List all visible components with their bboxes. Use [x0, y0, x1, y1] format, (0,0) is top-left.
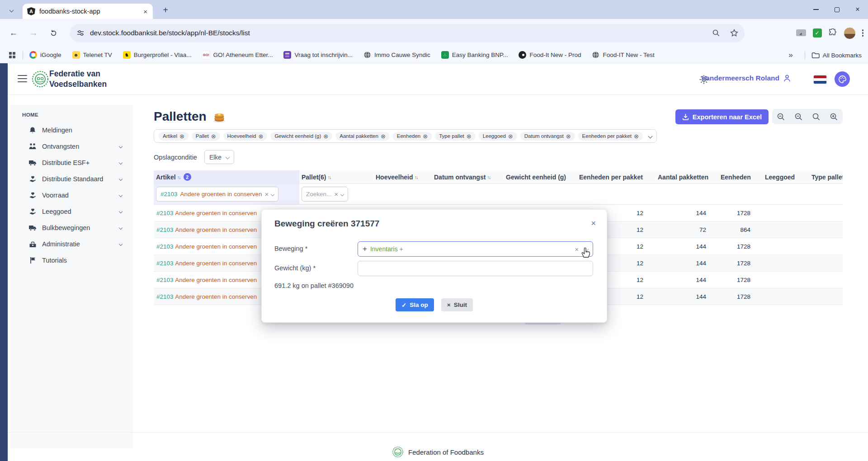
remove-filter-icon[interactable]: ⊗ — [179, 133, 184, 139]
back-button[interactable]: ← — [7, 27, 20, 39]
remove-filter-icon[interactable]: ⊗ — [211, 133, 216, 139]
filter-chip-artikel[interactable]: Artikel⊗ — [159, 132, 189, 141]
sidebar-item-meldingen[interactable]: Meldingen — [10, 122, 133, 138]
zoom-indicator-icon[interactable] — [712, 29, 720, 37]
filter-chip-leeggoed[interactable]: Leeggoed⊗ — [479, 132, 517, 141]
menu-hamburger-icon[interactable] — [18, 75, 27, 82]
filter-chip-aantal-pakketten[interactable]: Aantal pakketten⊗ — [335, 132, 390, 141]
bookmark-star-icon[interactable] — [730, 29, 738, 37]
sidebar-item-tutorials[interactable]: Tutorials — [10, 252, 133, 268]
filter-chip-eenheden[interactable]: Eenheden⊗ — [393, 132, 432, 141]
filter-chip-eenheden-per-pakket[interactable]: Eenheden per pakket⊗ — [578, 132, 643, 141]
site-settings-icon[interactable] — [76, 29, 85, 37]
sidebar-item-leeggoed[interactable]: Leeggoed — [10, 203, 133, 220]
sidebar-item-voorraad[interactable]: Voorraad — [10, 187, 133, 203]
close-button[interactable]: ×Sluit — [441, 298, 473, 311]
remove-filter-icon[interactable]: ⊗ — [634, 133, 639, 139]
browser-menu-icon[interactable] — [862, 29, 863, 36]
tab-close-icon[interactable]: × — [142, 8, 148, 15]
gewicht-input[interactable] — [358, 261, 593, 276]
language-flag-nl[interactable] — [814, 75, 826, 84]
bookmark-item[interactable]: Vraag tot inschrijvin... — [283, 51, 353, 59]
extension-checkmark-icon[interactable]: ✓ — [813, 28, 822, 38]
column-header-hoeveelheid[interactable]: Hoeveelheid↑↓ — [373, 170, 432, 183]
browser-tab[interactable]: A foodbanks-stock-app × — [23, 4, 153, 19]
window-minimize-button[interactable] — [806, 0, 826, 19]
refresh-button[interactable] — [47, 27, 60, 39]
bookmarks-bar: iGoogle ☻Telenet TV ♞Burgerprofiel - Vla… — [0, 47, 868, 63]
bookmark-item[interactable]: GO!GO! Atheneum Etter... — [202, 51, 273, 59]
url-bar[interactable]: dev.stock.foodbanksit.be/stock/app/nl-BE… — [70, 24, 745, 42]
remove-filter-icon[interactable]: ⊗ — [381, 133, 386, 139]
clear-selection-icon[interactable]: × — [575, 245, 579, 253]
close-x-icon: × — [447, 301, 451, 308]
beweging-select[interactable]: + Inventaris + × — [358, 241, 593, 257]
modal-close-icon[interactable]: × — [591, 219, 596, 228]
user-menu[interactable]: Vandermeersch Roland — [702, 74, 791, 82]
column-header-aantal-pakketten[interactable]: Aantal pakketten — [656, 170, 718, 183]
bookmark-item[interactable]: ♞Burgerprofiel - Vlaa... — [123, 51, 192, 59]
column-header-eenheden[interactable]: Eenheden — [718, 170, 763, 183]
save-button[interactable]: ✓Sla op — [396, 298, 434, 311]
column-header-pallet[interactable]: Pallet(6)↑↓ — [299, 170, 373, 183]
window-maximize-button[interactable] — [826, 0, 847, 19]
sidebar-item-ontvangsten[interactable]: Ontvangsten — [10, 138, 133, 155]
profile-avatar[interactable] — [844, 27, 856, 39]
new-tab-button[interactable]: + — [159, 4, 172, 16]
filter-chip-type-pallet[interactable]: Type pallet⊗ — [435, 132, 476, 141]
theme-palette-button[interactable] — [835, 71, 850, 87]
remove-filter-icon[interactable]: ⊗ — [467, 133, 472, 139]
bookmarks-overflow-icon[interactable]: » — [788, 51, 793, 60]
filter-chip-pallet[interactable]: Pallet⊗ — [192, 132, 220, 141]
forward-button[interactable]: → — [27, 27, 40, 39]
column-header-gewicht-eenheid[interactable]: Gewicht eenheid (g) — [504, 170, 577, 183]
zoom-out-icon[interactable] — [794, 113, 803, 121]
search-icon[interactable] — [812, 113, 821, 121]
remove-filter-icon[interactable]: ⊗ — [508, 133, 513, 139]
sidebar-item-distributie-esf[interactable]: Distributie ESF+ — [10, 155, 133, 171]
export-excel-button[interactable]: Exporteren naar Excel — [675, 109, 769, 124]
apps-grid-icon[interactable] — [8, 51, 16, 59]
column-header-leeggoed[interactable]: Leeggoed — [763, 170, 809, 183]
artikel-filter-select[interactable]: #2103 Andere groenten in conserven × — [156, 187, 278, 202]
tab-search-button[interactable] — [5, 4, 17, 16]
remove-filter-icon[interactable]: ⊗ — [323, 133, 328, 139]
bookmark-item[interactable]: Food-IT New - Test — [592, 51, 654, 59]
bookmark-item[interactable]: iGoogle — [29, 51, 61, 59]
clear-filter-icon[interactable]: × — [334, 190, 338, 198]
sidebar-section-home: HOME — [22, 112, 133, 118]
sidebar-item-distributie-standaard[interactable]: Distributie Standaard — [10, 171, 133, 187]
cast-icon[interactable] — [796, 28, 807, 38]
filter-chip-datum-ontvangst[interactable]: Datum ontvangst⊗ — [520, 132, 575, 141]
pallet-weight-info: 691.2 kg on pallet #369090 — [274, 282, 354, 289]
extensions-puzzle-icon[interactable] — [828, 28, 837, 38]
sidebar-item-administratie[interactable]: Administratie — [10, 236, 133, 252]
storage-condition-select[interactable]: Elke — [204, 150, 234, 164]
remove-filter-icon[interactable]: ⊗ — [566, 133, 571, 139]
bookmark-item[interactable]: Food-It New - Prod — [519, 51, 581, 59]
column-header-artikel[interactable]: Artikel↑↓ 2 — [154, 170, 299, 183]
remove-filter-icon[interactable]: ⊗ — [423, 133, 428, 139]
column-header-type-pallet[interactable]: Type pallet↑↓ — [809, 170, 843, 183]
filter-chip-gewicht-eenheid[interactable]: Gewicht eenheid (g)⊗ — [270, 132, 332, 141]
beweging-label: Beweging * — [274, 245, 307, 252]
pallet-filter-select[interactable]: Zoeken... × — [302, 187, 348, 202]
chevron-down-icon — [119, 242, 123, 246]
column-header-eenheden-per-pakket[interactable]: Eenheden per pakket — [577, 170, 656, 183]
window-close-button[interactable]: × — [847, 0, 868, 19]
bookmark-item[interactable]: Immo Cauwe Syndic — [363, 51, 430, 59]
column-header-datum-ontvangst[interactable]: Datum ontvangst↑↓ — [432, 170, 504, 183]
clear-filter-icon[interactable]: × — [264, 190, 269, 198]
filter-chip-hoeveelheid[interactable]: Hoeveelheid⊗ — [223, 132, 268, 141]
list-favicon-icon — [283, 51, 291, 59]
bookmark-item[interactable]: ∴Easy Banking BNP... — [441, 51, 508, 59]
zoom-out-icon[interactable] — [777, 113, 785, 121]
sidebar-item-bulkbewegingen[interactable]: Bulkbewegingen — [10, 220, 133, 236]
person-icon — [783, 74, 791, 82]
all-bookmarks-button[interactable]: All Bookmarks — [811, 52, 862, 59]
remove-filter-icon[interactable]: ⊗ — [258, 133, 263, 139]
chevron-down-icon[interactable] — [648, 134, 652, 138]
zoom-in-icon[interactable] — [830, 113, 838, 121]
url-text[interactable]: dev.stock.foodbanksit.be/stock/app/nl-BE… — [90, 29, 712, 37]
bookmark-item[interactable]: ☻Telenet TV — [72, 51, 112, 59]
